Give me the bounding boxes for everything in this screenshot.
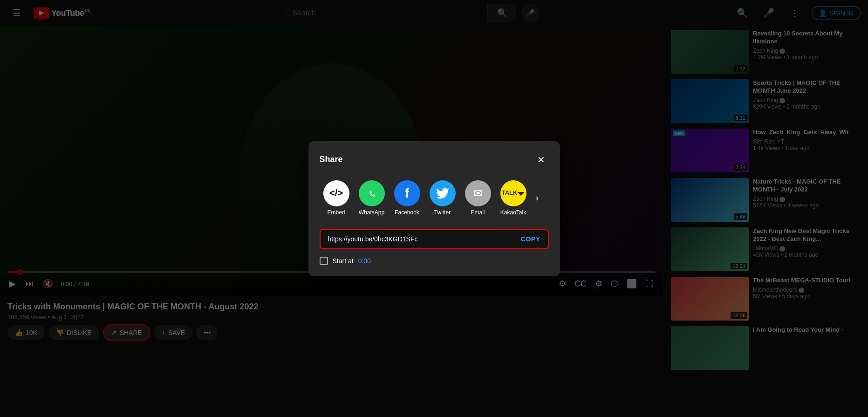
email-icon: ✉ bbox=[465, 180, 491, 206]
url-container: https://youtu.be/0hc3KGD1SFc COPY bbox=[320, 229, 549, 249]
share-option-kakaotalk[interactable]: TALK KakaoTalk bbox=[497, 177, 530, 219]
copy-button[interactable]: COPY bbox=[521, 235, 540, 243]
share-options-next-button[interactable]: › bbox=[532, 189, 543, 207]
twitter-label: Twitter bbox=[434, 209, 451, 216]
modal-header: Share ✕ bbox=[320, 152, 549, 167]
share-options: </> Embed WhatsApp f Facebook bbox=[320, 177, 549, 219]
whatsapp-icon bbox=[359, 180, 385, 206]
share-modal: Share ✕ </> Embed WhatsApp f bbox=[308, 141, 560, 276]
share-url: https://youtu.be/0hc3KGD1SFc bbox=[328, 235, 521, 243]
embed-icon: </> bbox=[323, 180, 349, 206]
share-modal-overlay[interactable]: Share ✕ </> Embed WhatsApp f bbox=[0, 0, 868, 417]
kakaotalk-label: KakaoTalk bbox=[500, 209, 526, 216]
share-option-email[interactable]: ✉ Email bbox=[461, 177, 495, 219]
share-option-embed[interactable]: </> Embed bbox=[320, 177, 353, 219]
modal-close-button[interactable]: ✕ bbox=[534, 152, 549, 167]
facebook-icon: f bbox=[394, 180, 420, 206]
modal-title: Share bbox=[320, 155, 343, 164]
share-option-twitter[interactable]: Twitter bbox=[426, 177, 459, 219]
embed-label: Embed bbox=[327, 209, 345, 216]
email-label: Email bbox=[471, 209, 485, 216]
facebook-label: Facebook bbox=[395, 209, 419, 216]
share-option-whatsapp[interactable]: WhatsApp bbox=[355, 177, 389, 219]
start-at-checkbox[interactable] bbox=[320, 257, 328, 265]
whatsapp-label: WhatsApp bbox=[359, 209, 384, 216]
twitter-icon bbox=[430, 180, 456, 206]
start-at-row: Start at 0:00 bbox=[320, 257, 549, 265]
start-at-time: 0:00 bbox=[358, 257, 371, 265]
kakaotalk-icon: TALK bbox=[500, 180, 526, 206]
start-at-label: Start at bbox=[333, 257, 354, 265]
share-option-facebook[interactable]: f Facebook bbox=[390, 177, 424, 219]
